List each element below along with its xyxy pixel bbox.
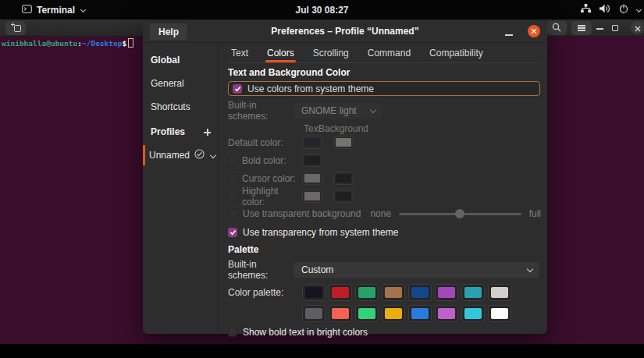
terminal-app-icon: [22, 5, 32, 16]
bold-color-checkbox: [228, 156, 237, 165]
terminal-close-button[interactable]: [631, 21, 644, 34]
palette-swatch-magenta[interactable]: [435, 284, 458, 301]
builtin-schemes-row: Built-in schemes: GNOME light: [228, 100, 541, 122]
close-icon: [531, 26, 537, 37]
clock[interactable]: Jul 30 08:27: [295, 0, 348, 19]
palette-swatch-black[interactable]: [302, 284, 326, 301]
hamburger-menu-button[interactable]: [571, 21, 592, 35]
sidebar-item-profile-unnamed[interactable]: Unnamed: [143, 144, 218, 167]
palette-swatch-red[interactable]: [329, 284, 352, 301]
prompt-dollar: $: [122, 39, 126, 48]
palette-builtin-schemes-label: Built-in schemes:: [228, 259, 294, 281]
terminal-prompt: winibhalla@ubuntu:~/Desktop$: [2, 38, 133, 48]
new-tab-button[interactable]: [5, 21, 26, 35]
default-text-color-swatch: [302, 136, 322, 149]
transparency-slider-handle: [455, 209, 464, 218]
transparency-full-label: full: [529, 208, 541, 219]
palette-swatch-bright-blue[interactable]: [408, 305, 432, 322]
transparent-background-checkbox: [228, 209, 237, 218]
bold-color-swatch: [302, 154, 322, 167]
dialog-title: Preferences – Profile “Unnamed”: [271, 26, 418, 37]
default-color-label: Default color:: [228, 137, 283, 148]
tab-text[interactable]: Text: [229, 44, 250, 62]
transparency-system-theme-row[interactable]: Use transparency from system theme: [228, 226, 541, 238]
search-button[interactable]: [546, 21, 567, 35]
tab-command[interactable]: Command: [366, 44, 412, 62]
section-title-text-background: Text and Background Color: [228, 68, 541, 78]
cursor-background-color-swatch: [333, 172, 354, 185]
palette-builtin-schemes-row: Built-in schemes: Custom: [228, 259, 541, 281]
color-column-headers: Text Background: [228, 124, 541, 133]
cursor-text-color-swatch: [302, 172, 322, 185]
palette-builtin-schemes-dropdown[interactable]: Custom: [294, 262, 539, 278]
dialog-minimize-button[interactable]: [505, 34, 513, 36]
network-icon: [581, 4, 591, 16]
use-system-theme-checkbox[interactable]: [233, 84, 242, 94]
chevron-down-icon: [80, 7, 86, 12]
transparency-system-theme-checkbox[interactable]: [228, 228, 237, 237]
bold-bright-label: Show bold text in bright colors: [243, 327, 368, 338]
palette-swatch-bright-cyan[interactable]: [461, 305, 485, 322]
highlight-color-label: Highlight color:: [242, 186, 302, 207]
colors-tab-content: Text Colors Scrolling Command Compatibil…: [219, 43, 547, 334]
default-color-row: Default color:: [228, 133, 541, 151]
app-menu-label: Terminal: [37, 5, 75, 16]
palette-swatch-bright-white[interactable]: [488, 305, 511, 322]
search-icon: [552, 21, 561, 35]
palette-swatch-bright-black[interactable]: [302, 305, 326, 322]
sidebar-item-shortcuts[interactable]: Shortcuts: [143, 95, 218, 119]
builtin-schemes-dropdown: GNOME light: [294, 103, 382, 119]
tab-colors[interactable]: Colors: [265, 44, 296, 62]
profile-chevron-down-icon: [210, 152, 216, 158]
dialog-header: Help Preferences – Profile “Unnamed”: [143, 20, 547, 43]
tab-compatibility[interactable]: Compatibility: [428, 44, 485, 62]
terminal-minimize-button[interactable]: [596, 28, 603, 30]
use-system-theme-row[interactable]: Use colors from system theme: [228, 81, 540, 96]
tray-chevron-down-icon: [636, 7, 642, 12]
bold-bright-checkbox[interactable]: [228, 328, 237, 337]
palette-swatch-blue[interactable]: [408, 284, 432, 301]
add-profile-button[interactable]: [204, 129, 211, 136]
highlight-color-checkbox: [228, 192, 237, 201]
preferences-dialog: Help Preferences – Profile “Unnamed” Glo…: [143, 20, 547, 334]
palette-swatch-bright-green[interactable]: [355, 305, 379, 322]
app-indicator-terminal[interactable]: Terminal: [22, 0, 85, 19]
close-icon: [635, 21, 641, 35]
palette-swatch-green[interactable]: [355, 284, 379, 301]
highlight-text-color-swatch: [302, 190, 322, 203]
profile-check-circle-icon: [194, 149, 205, 161]
bold-color-row: Bold color:: [228, 151, 541, 169]
palette-swatch-yellow[interactable]: [382, 284, 405, 301]
top-bar: Terminal Jul 30 08:27: [0, 0, 644, 19]
preferences-sidebar: Global General Shortcuts Profiles Unname…: [143, 43, 219, 334]
palette-swatch-cyan[interactable]: [461, 284, 485, 301]
terminal-maximize-button[interactable]: [612, 25, 618, 31]
default-background-color-swatch: [333, 136, 354, 149]
palette-swatch-bright-red[interactable]: [329, 305, 352, 322]
terminal-cursor: [128, 38, 133, 48]
use-system-theme-label: Use colors from system theme: [247, 83, 374, 94]
sidebar-item-global[interactable]: Global: [143, 48, 218, 72]
bold-bright-row[interactable]: Show bold text in bright colors: [228, 327, 541, 338]
column-header-background: Background: [333, 123, 354, 134]
sidebar-item-general[interactable]: General: [143, 72, 218, 95]
palette-swatch-white[interactable]: [488, 284, 511, 301]
volume-icon: [600, 4, 610, 16]
transparency-slider: [399, 209, 521, 218]
tab-scrolling[interactable]: Scrolling: [311, 44, 350, 62]
color-palette-row: Color palette:: [228, 284, 541, 322]
system-tray[interactable]: [581, 0, 642, 19]
highlight-background-color-swatch: [333, 190, 354, 203]
sidebar-item-profiles[interactable]: Profiles: [143, 120, 218, 144]
palette-swatch-bright-yellow[interactable]: [382, 305, 405, 322]
hamburger-icon: [578, 23, 585, 32]
dialog-close-button[interactable]: [528, 25, 540, 37]
help-button[interactable]: Help: [150, 23, 187, 40]
cursor-color-checkbox: [228, 174, 237, 183]
palette-swatch-bright-magenta[interactable]: [435, 305, 458, 322]
power-icon: [619, 4, 628, 16]
prompt-user-host: winibhalla@ubuntu: [2, 39, 77, 48]
transparency-system-theme-label: Use transparency from system theme: [243, 227, 398, 238]
cursor-color-label: Cursor color:: [242, 173, 296, 184]
color-palette-grid: [302, 284, 511, 322]
